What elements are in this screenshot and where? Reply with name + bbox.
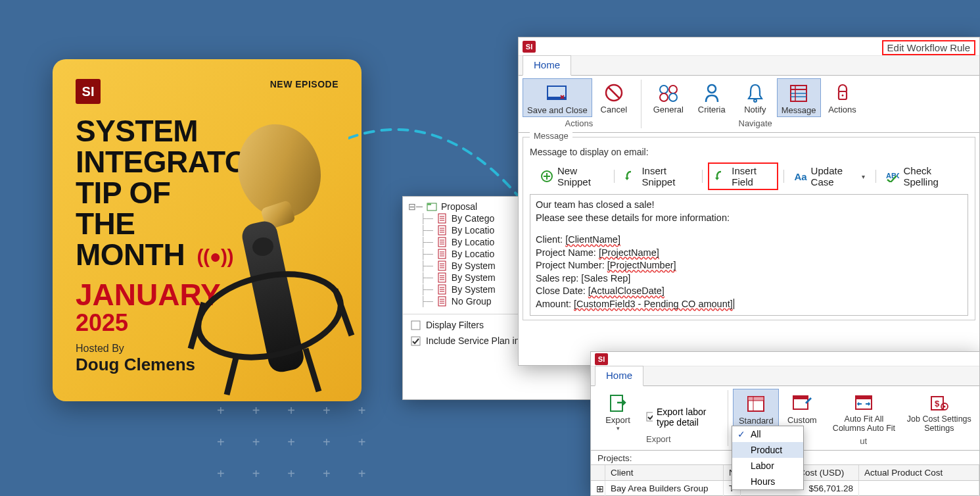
cancel-label: Cancel — [601, 105, 627, 114]
msg-amt-field: [CustomField3 - Pending CO amount] — [574, 299, 733, 309]
workflow-ribbon: Save and Close Cancel Actions General Cr… — [519, 76, 979, 133]
actions-button[interactable]: Actions — [821, 78, 864, 117]
actions-label: Actions — [828, 105, 856, 114]
svg-point-46 — [669, 86, 677, 93]
workflow-titlebar: SI Edit Workflow Rule — [519, 37, 979, 56]
message-toolbar: New Snippet Insert Snippet Insert Field … — [530, 159, 968, 194]
criteria-button[interactable]: Criteria — [690, 78, 734, 117]
msg-close-field: [ActualCloseDate] — [588, 285, 665, 296]
insert-field-button[interactable]: Insert Field — [708, 162, 778, 190]
autofit-label: Auto Fit All Columns Auto Fit — [829, 415, 898, 434]
msg-pnum-label: Project Number: — [536, 260, 607, 270]
tree-item-label: By System — [452, 272, 496, 283]
criteria-label: Criteria — [698, 105, 726, 114]
tree-item-label: By Catego — [452, 213, 494, 224]
msg-client-field: [ClientName] — [565, 234, 620, 245]
svg-point-74 — [943, 406, 945, 408]
new-snippet-label: New Snippet — [557, 165, 603, 187]
tree-item-label: By Locatio — [452, 225, 494, 236]
svg-rect-6 — [427, 203, 431, 205]
svg-point-45 — [660, 86, 668, 93]
message-legend: Message — [530, 131, 572, 141]
group-layout-label: ut — [860, 436, 867, 446]
group-navigate-label: Navigate — [647, 117, 864, 131]
new-episode-badge: NEW EPISODE — [270, 79, 338, 89]
general-label: General — [653, 105, 684, 114]
tree-item-label: By Locatio — [452, 249, 494, 259]
save-close-label: Save and Close — [527, 105, 588, 115]
group-actions-label: Actions — [523, 117, 636, 131]
standard-dropdown[interactable]: All Product Labor Hours — [732, 426, 804, 490]
svg-rect-65 — [748, 397, 764, 401]
new-snippet-button[interactable]: New Snippet — [535, 163, 609, 189]
tree-item-label: By System — [452, 284, 496, 295]
dropdown-opt-hours[interactable]: Hours — [732, 474, 803, 489]
settings-label: Job Cost Settings Settings — [907, 415, 971, 434]
jobcost-settings-button[interactable]: $ Job Cost Settings Settings — [903, 389, 975, 435]
tree-root-label: Proposal — [441, 201, 477, 212]
svg-point-47 — [660, 93, 668, 101]
msg-amt-label: Amount: — [536, 299, 574, 309]
msg-client-label: Client: — [536, 234, 565, 245]
svg-point-49 — [708, 85, 716, 93]
general-button[interactable]: General — [647, 78, 690, 117]
msg-pname-field: [ProjectName] — [599, 247, 659, 258]
si-app-icon: SI — [595, 353, 608, 365]
svg-point-48 — [669, 93, 677, 101]
expand-row-icon[interactable]: ⊞ — [591, 481, 605, 497]
svg-rect-39 — [411, 321, 420, 330]
svg-rect-70 — [856, 396, 872, 399]
edit-workflow-rule-window: SI Edit Workflow Rule Home Save and Clos… — [518, 37, 980, 366]
plus-watermark: +++++++++++++++ — [217, 395, 393, 489]
message-prompt: Message to display on email: — [530, 141, 968, 159]
custom-label: Custom — [787, 415, 817, 425]
podcast-card: SI NEW EPISODE SYSTEM INTEGRATOR TIP OF … — [53, 59, 362, 401]
svg-line-44 — [609, 87, 619, 98]
insert-field-label: Insert Field — [732, 165, 771, 187]
dropdown-opt-product[interactable]: Product — [732, 442, 803, 458]
export-detail-label: Export labor type detail — [657, 407, 720, 428]
msg-rep-label: Sales rep: — [536, 273, 581, 284]
svg-point-57 — [841, 95, 843, 97]
microphone-illustration — [164, 118, 362, 401]
save-and-close-button[interactable]: Save and Close — [523, 78, 592, 117]
tree-item-label: No Group — [452, 296, 492, 307]
check-spelling-label: Check Spelling — [903, 165, 958, 187]
title-line-2: TIP OF — [76, 176, 170, 210]
export-labor-detail-checkbox[interactable]: Export labor type detail — [641, 389, 722, 433]
dropdown-opt-all[interactable]: All — [732, 426, 803, 442]
group-export-label: Export — [595, 433, 722, 447]
autofit-button[interactable]: Auto Fit All Columns Auto Fit — [825, 389, 902, 435]
update-case-button[interactable]: Aa Update Case ▾ — [789, 163, 870, 189]
tab-home[interactable]: Home — [595, 366, 643, 386]
notify-label: Notify — [744, 105, 766, 114]
tab-home[interactable]: Home — [523, 55, 571, 76]
col-client[interactable]: Client — [605, 465, 724, 480]
message-label: Message — [782, 105, 816, 115]
folder-icon — [427, 201, 437, 212]
msg-pnum-field: [ProjectNumber] — [607, 260, 676, 270]
msg-close-label: Close Date: — [536, 285, 588, 296]
svg-rect-40 — [411, 337, 420, 345]
svg-rect-68 — [793, 396, 808, 399]
col-actual-cost[interactable]: Actual Product Cost — [859, 465, 979, 480]
cancel-button[interactable]: Cancel — [592, 78, 636, 117]
display-filters-label: Display Filters — [426, 320, 484, 330]
insert-snippet-button[interactable]: Insert Snippet — [619, 163, 697, 189]
standard-label: Standard — [739, 416, 774, 426]
msg-pname-label: Project Name: — [536, 247, 599, 258]
notify-button[interactable]: Notify — [734, 78, 777, 117]
export-label: Export — [605, 415, 630, 425]
tree-item-label: By Locatio — [452, 237, 494, 247]
message-textarea[interactable]: Our team has closed a sale! Please see t… — [530, 194, 968, 316]
check-spelling-button[interactable]: ABC Check Spelling — [881, 163, 963, 189]
dropdown-opt-labor[interactable]: Labor — [732, 458, 803, 474]
svg-point-50 — [754, 99, 757, 102]
msg-rep-field: [Sales Rep] — [581, 273, 630, 284]
insert-snippet-label: Insert Snippet — [642, 165, 691, 187]
message-button[interactable]: Message — [777, 78, 821, 117]
export-button[interactable]: Export ▾ — [595, 389, 641, 433]
message-fieldset: Message Message to display on email: New… — [523, 137, 975, 320]
tree-item-label: By System — [452, 260, 496, 271]
msg-line-2: Please see these details for more inform… — [536, 212, 962, 225]
